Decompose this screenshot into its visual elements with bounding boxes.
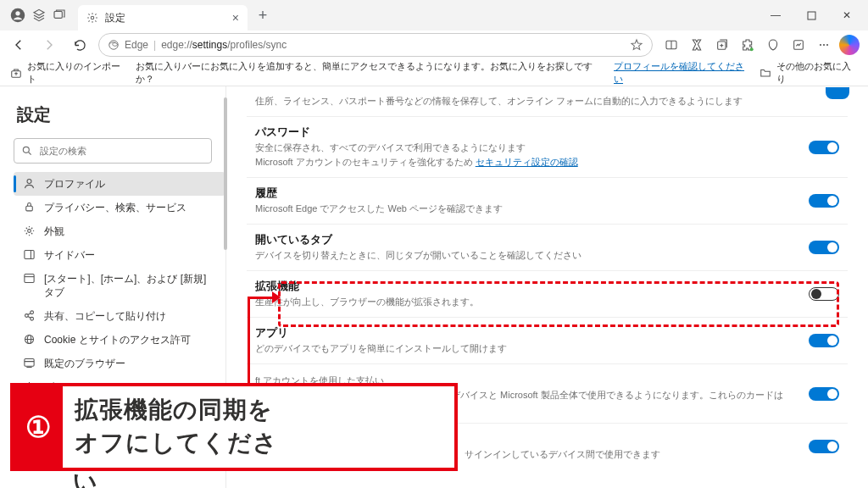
setting-title: パスワード bbox=[255, 125, 797, 140]
sidebar-item[interactable]: サイドバー bbox=[14, 243, 225, 267]
setting-row: 拡張機能生産性が向上し、ブラウザーの機能が拡張されます。 bbox=[247, 270, 848, 317]
svg-point-14 bbox=[823, 44, 825, 46]
sidebar-icon bbox=[22, 272, 36, 285]
sidebar-item-label: [スタート]、[ホーム]、および [新規] タブ bbox=[44, 272, 215, 299]
refresh-button[interactable] bbox=[68, 33, 92, 57]
copilot-icon[interactable] bbox=[837, 33, 861, 57]
add-tab-button[interactable]: + bbox=[251, 7, 275, 25]
setting-row: 住所、ライセンス、パスポート番号などの情報を保存して、オンライン フォームに自動… bbox=[247, 93, 848, 116]
more-menu-icon[interactable] bbox=[812, 33, 836, 57]
settings-search[interactable]: 設定の検索 bbox=[14, 138, 212, 164]
setting-link[interactable]: セキュリティ設定の確認 bbox=[476, 157, 578, 167]
sidebar-item[interactable]: 既定のブラウザー bbox=[14, 352, 225, 375]
setting-desc: どのデバイスでもアプリを簡単にインストールして開けます bbox=[255, 342, 797, 355]
svg-point-21 bbox=[27, 230, 31, 233]
svg-rect-34 bbox=[24, 359, 33, 367]
back-button[interactable] bbox=[7, 33, 31, 57]
window-maximize[interactable] bbox=[793, 7, 829, 24]
svg-point-11 bbox=[750, 47, 754, 51]
toggle-switch[interactable] bbox=[809, 387, 839, 401]
setting-row: パスワード安全に保存され、すべてのデバイスで利用できるようになりますMicros… bbox=[247, 116, 848, 177]
favorites-tip: お気に入りバーにお気に入りを追加すると、簡単にアクセスできるようになります。お気… bbox=[136, 60, 750, 86]
svg-rect-20 bbox=[25, 206, 32, 211]
profile-icon[interactable] bbox=[10, 8, 25, 23]
browser-essentials-icon[interactable] bbox=[761, 33, 785, 57]
settings-heading: 設定 bbox=[14, 100, 225, 138]
annotation-arrowhead bbox=[272, 291, 281, 303]
svg-point-5 bbox=[109, 41, 119, 50]
performance-icon[interactable] bbox=[787, 33, 810, 57]
sidebar-icon bbox=[22, 177, 36, 190]
browser-tab[interactable]: 設定 × bbox=[78, 5, 248, 30]
sidebar-icon bbox=[22, 248, 36, 261]
address-bar[interactable]: Edge | edge://settings/profiles/sync bbox=[98, 33, 653, 57]
setting-desc: 生産性が向上し、ブラウザーの機能が拡張されます。 bbox=[255, 296, 797, 308]
import-icon bbox=[10, 67, 22, 79]
collections-icon[interactable] bbox=[710, 33, 734, 57]
annotation-callout: ① 拡張機能の同期を オフにしてくださ bbox=[10, 383, 458, 471]
sidebar-item-label: サイドバー bbox=[44, 248, 95, 262]
svg-point-15 bbox=[826, 44, 828, 46]
setting-desc: Microsoft Edge でアクセスした Web ページを確認できます bbox=[255, 202, 797, 215]
setting-row: 履歴Microsoft Edge でアクセスした Web ページを確認できます bbox=[247, 177, 848, 224]
tab-title: 設定 bbox=[105, 11, 125, 25]
extensions-icon[interactable] bbox=[736, 33, 760, 57]
edge-icon bbox=[108, 39, 120, 51]
import-favorites-button[interactable]: お気に入りのインポート bbox=[10, 60, 127, 86]
sidebar-item-label: プロファイル bbox=[44, 177, 105, 191]
svg-rect-4 bbox=[808, 12, 815, 19]
setting-title: 拡張機能 bbox=[255, 280, 797, 294]
folder-icon bbox=[760, 67, 771, 79]
toggle-switch[interactable] bbox=[809, 287, 839, 301]
favorites-icon[interactable] bbox=[685, 33, 709, 57]
sidebar-item[interactable]: プライバシー、検索、サービス bbox=[14, 196, 225, 219]
search-icon bbox=[21, 145, 33, 157]
toggle-switch[interactable] bbox=[809, 334, 839, 347]
svg-rect-22 bbox=[24, 251, 33, 259]
svg-point-28 bbox=[30, 317, 33, 320]
svg-point-13 bbox=[820, 44, 821, 46]
sidebar-item-label: 共有、コピーして貼り付け bbox=[44, 309, 166, 323]
sidebar-scrollbar[interactable] bbox=[224, 97, 227, 250]
partial-toggle bbox=[826, 87, 849, 99]
window-close[interactable]: ✕ bbox=[829, 7, 865, 24]
setting-title: 履歴 bbox=[255, 186, 797, 201]
close-tab-icon[interactable]: × bbox=[232, 11, 239, 25]
window-minimize[interactable]: — bbox=[758, 7, 793, 24]
setting-desc: 安全に保存され、すべてのデバイスで利用できるようになります bbox=[255, 141, 797, 154]
sidebar-item[interactable]: Cookie とサイトのアクセス許可 bbox=[14, 328, 225, 352]
gear-icon bbox=[86, 12, 98, 24]
sidebar-item-label: プライバシー、検索、サービス bbox=[44, 201, 186, 214]
sidebar-icon bbox=[22, 225, 36, 237]
sidebar-item[interactable]: プロファイル bbox=[14, 172, 225, 196]
setting-desc: 住所、ライセンス、パスポート番号などの情報を保存して、オンライン フォームに自動… bbox=[255, 95, 839, 108]
svg-line-18 bbox=[29, 152, 31, 155]
toggle-switch[interactable] bbox=[809, 440, 839, 453]
profile-check-link[interactable]: プロフィールを確認してください bbox=[614, 60, 750, 86]
svg-point-17 bbox=[23, 147, 29, 152]
callout-number: ① bbox=[14, 386, 63, 468]
toggle-switch[interactable] bbox=[809, 141, 839, 154]
favorite-star-icon[interactable] bbox=[630, 38, 643, 52]
setting-desc: Microsoft アカウントのセキュリティを強化するため セキュリティ設定の確… bbox=[255, 156, 797, 169]
sidebar-item-label: Cookie とサイトのアクセス許可 bbox=[44, 333, 191, 347]
tabs-icon[interactable] bbox=[53, 8, 66, 22]
sidebar-item-label: 既定のブラウザー bbox=[44, 357, 125, 370]
other-favorites[interactable]: その他のお気に入り bbox=[760, 60, 859, 86]
toggle-switch[interactable] bbox=[809, 241, 839, 254]
sidebar-item[interactable]: [スタート]、[ホーム]、および [新規] タブ bbox=[14, 267, 225, 304]
svg-point-3 bbox=[91, 16, 94, 19]
split-screen-icon[interactable] bbox=[659, 33, 683, 57]
svg-line-29 bbox=[27, 313, 30, 315]
toggle-switch[interactable] bbox=[809, 194, 839, 208]
svg-point-19 bbox=[27, 180, 31, 184]
workspaces-icon[interactable] bbox=[32, 8, 46, 22]
setting-title: アプリ bbox=[255, 326, 797, 341]
forward-button bbox=[37, 33, 61, 57]
sidebar-icon bbox=[22, 357, 36, 369]
sidebar-item[interactable]: 共有、コピーして貼り付け bbox=[14, 304, 225, 328]
sidebar-icon bbox=[22, 309, 36, 322]
sidebar-item[interactable]: 外観 bbox=[14, 219, 225, 243]
svg-line-30 bbox=[27, 316, 30, 318]
address-brand: Edge bbox=[125, 39, 148, 51]
